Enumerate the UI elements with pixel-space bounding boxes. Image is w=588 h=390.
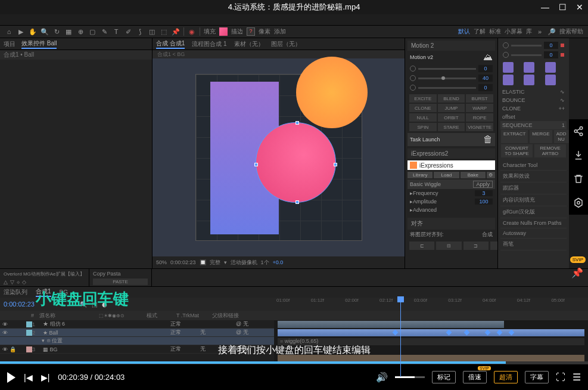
project-tab[interactable]: 项目 bbox=[4, 40, 15, 48]
iexp-library-tab[interactable]: Library bbox=[407, 172, 433, 178]
blend-button[interactable]: BLEND bbox=[438, 94, 465, 103]
color-swatch[interactable] bbox=[503, 62, 514, 73]
zoom-tool-icon[interactable]: 🔍 bbox=[41, 27, 49, 36]
iexp-gear-icon[interactable]: ⚙ bbox=[487, 172, 495, 178]
jump-button[interactable]: JUMP bbox=[438, 104, 465, 112]
slider-1[interactable] bbox=[418, 68, 476, 70]
stroke-swatch[interactable]: ? bbox=[247, 27, 255, 36]
amp-input[interactable] bbox=[475, 199, 493, 205]
comp-tab[interactable]: 合成 合成1 bbox=[156, 39, 185, 49]
camera-select[interactable]: 活动摄像机 bbox=[231, 259, 257, 267]
workspace-default[interactable]: 默认 bbox=[458, 27, 470, 36]
spin-button[interactable]: SPIN bbox=[409, 123, 437, 131]
volume-icon[interactable]: 🔊 bbox=[376, 372, 388, 383]
workspace-library[interactable]: 库 bbox=[526, 27, 532, 36]
clone-tool-icon[interactable]: ⟆ bbox=[136, 27, 144, 36]
align-hcenter-icon[interactable]: ⊟ bbox=[436, 242, 461, 250]
track-bar[interactable] bbox=[278, 321, 504, 328]
maximize-icon[interactable]: ☐ bbox=[559, 2, 567, 12]
slider-2[interactable] bbox=[418, 78, 476, 79]
fullscreen-icon[interactable]: ⛶ bbox=[556, 372, 565, 383]
advanced-label[interactable]: Advanced bbox=[413, 207, 493, 213]
playhead[interactable] bbox=[400, 296, 401, 377]
ext-item[interactable]: 内容识别填充 bbox=[500, 194, 567, 206]
hand-tool-icon[interactable]: ✋ bbox=[29, 27, 37, 36]
apply-button[interactable]: Apply bbox=[473, 181, 493, 188]
task-launch[interactable]: Task Launch bbox=[410, 137, 481, 143]
selection-tool-icon[interactable]: ▶ bbox=[17, 27, 25, 36]
red-dot2-icon[interactable] bbox=[561, 53, 564, 57]
track-bar-selected[interactable] bbox=[278, 329, 584, 336]
add-label[interactable]: 添加 bbox=[274, 27, 286, 36]
roto-tool-icon[interactable]: ⬚ bbox=[160, 27, 168, 36]
delete-icon[interactable] bbox=[573, 173, 584, 185]
color-swatch[interactable] bbox=[524, 75, 534, 85]
mark-button[interactable]: 标记 bbox=[432, 371, 456, 383]
search-placeholder[interactable]: 搜索帮助 bbox=[559, 27, 583, 36]
preset-icon[interactable]: ⛰ bbox=[483, 52, 493, 63]
caption-button[interactable]: 字幕 bbox=[525, 371, 549, 383]
next-button[interactable]: ▶| bbox=[41, 373, 50, 382]
rotate-tool-icon[interactable]: ↻ bbox=[52, 27, 61, 36]
iexp-preset[interactable]: Basic Wiggle bbox=[410, 181, 441, 187]
resolution[interactable]: 完整 bbox=[210, 259, 220, 267]
zoom-value[interactable]: 50% bbox=[156, 259, 167, 265]
rot-prop-icon[interactable] bbox=[410, 85, 416, 91]
paste-button[interactable]: PASTE bbox=[93, 278, 148, 285]
close-icon[interactable]: ✕ bbox=[576, 2, 583, 12]
extract-button[interactable]: EXTRACT bbox=[501, 130, 528, 143]
color-swatch[interactable] bbox=[545, 62, 556, 73]
anchor-prop-icon[interactable] bbox=[410, 66, 416, 72]
warp-button[interactable]: WARP bbox=[466, 104, 493, 112]
puppet-tool-icon[interactable]: 📌 bbox=[172, 27, 180, 36]
iexp-load-tab[interactable]: Load bbox=[434, 172, 459, 178]
fill-label[interactable]: 填充 bbox=[204, 27, 216, 36]
shape-ball-selected[interactable] bbox=[256, 122, 336, 203]
ovl-icon[interactable]: ◇ bbox=[22, 279, 26, 285]
convert-button[interactable]: CONVERT TO SHAPE bbox=[501, 144, 533, 157]
effect-controls-tab[interactable]: 效果控件 Ball bbox=[21, 39, 57, 49]
playlist-icon[interactable]: ☰ bbox=[573, 372, 581, 383]
ext-prop1-icon[interactable] bbox=[503, 42, 509, 48]
pen-tool-icon[interactable]: ✎ bbox=[100, 27, 108, 36]
volume-slider[interactable] bbox=[395, 376, 425, 378]
settings-icon[interactable] bbox=[573, 197, 584, 209]
composition-viewer[interactable] bbox=[153, 58, 405, 256]
text-tool-icon[interactable]: T bbox=[112, 27, 120, 36]
home-icon[interactable]: ⌂ bbox=[5, 27, 13, 36]
brush-tool-icon[interactable]: ✐ bbox=[124, 27, 132, 36]
null-button[interactable]: NULL bbox=[409, 113, 437, 122]
stare-button[interactable]: STARE bbox=[438, 123, 465, 131]
eraser-tool-icon[interactable]: ◫ bbox=[148, 27, 156, 36]
red-dot-icon[interactable] bbox=[561, 44, 564, 47]
eye-icon[interactable]: 👁 bbox=[2, 346, 10, 352]
exposure[interactable]: +0.0 bbox=[273, 259, 284, 265]
rope-button[interactable]: ROPE bbox=[466, 113, 493, 122]
preset-name[interactable]: Motion v2 bbox=[410, 54, 433, 60]
download-icon[interactable] bbox=[573, 149, 584, 161]
color-swatch[interactable] bbox=[503, 75, 514, 85]
eye-icon[interactable]: 👁 bbox=[2, 330, 10, 336]
align-target[interactable]: 合成 bbox=[482, 231, 493, 239]
viewer-time[interactable]: 0:00:02:23 bbox=[170, 259, 196, 265]
ext-item[interactable]: 效果和效设 bbox=[500, 171, 567, 182]
ext-item[interactable]: 画笔 bbox=[500, 239, 567, 250]
speed-button[interactable]: 倍速SVIP bbox=[463, 371, 487, 383]
ext-item[interactable]: Character Tool bbox=[500, 160, 567, 171]
view-count[interactable]: 1个 bbox=[261, 259, 269, 267]
color-swatch[interactable] bbox=[524, 62, 534, 73]
burst-button[interactable]: BURST bbox=[466, 94, 493, 103]
prop-val-1[interactable]: 0 bbox=[478, 65, 493, 72]
align-top-icon[interactable]: ⊓ bbox=[490, 242, 497, 250]
search-icon[interactable]: 🔎 bbox=[547, 27, 556, 36]
prop-val-3[interactable]: 0 bbox=[478, 84, 493, 91]
ovl-icon[interactable]: ▽ bbox=[10, 279, 14, 285]
clone-button[interactable]: CLONE bbox=[409, 104, 437, 112]
pan-behind-icon[interactable]: ⊕ bbox=[76, 27, 85, 36]
layer-row[interactable]: 👁 1 ★ 组仿 6 正常 @ 无 bbox=[0, 320, 274, 329]
fill-swatch[interactable] bbox=[219, 27, 228, 36]
freq-input[interactable] bbox=[475, 190, 493, 196]
workspace-standard[interactable]: 标准 bbox=[489, 27, 501, 36]
trash-icon[interactable]: 🗑 bbox=[483, 134, 493, 145]
pos-prop-icon[interactable] bbox=[410, 75, 416, 81]
